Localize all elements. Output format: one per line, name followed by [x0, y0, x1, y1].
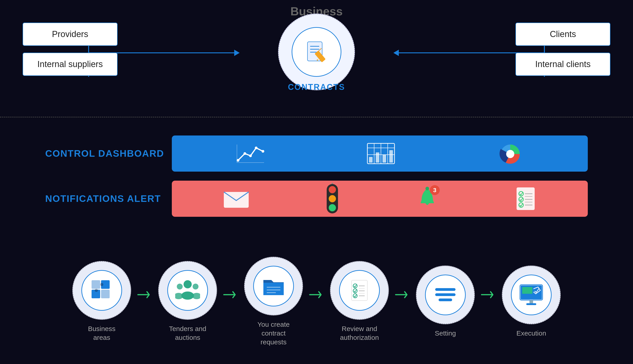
svg-point-50 [177, 284, 183, 290]
step2-label: Tenders and auctions [169, 324, 206, 342]
internal-clients-box: Internal clients [515, 52, 610, 76]
step5-label: Setting [435, 329, 456, 338]
svg-point-51 [175, 293, 183, 299]
step2-outer-circle [158, 261, 217, 320]
traffic-light-icon [323, 183, 341, 214]
svg-rect-42 [92, 280, 100, 289]
arrow-1 [136, 289, 154, 314]
svg-point-8 [244, 152, 246, 155]
step3-outer-circle [244, 257, 303, 316]
pie-chart-icon [497, 142, 524, 165]
workflow-step-2: Tenders and auctions [158, 261, 217, 342]
arrow-icon-3 [307, 289, 326, 300]
svg-point-10 [255, 146, 258, 149]
svg-point-9 [249, 154, 252, 157]
workflow-step-4: Review and authorization [330, 261, 389, 342]
notifications-label: NOTIFICATIONS ALERT [45, 193, 172, 204]
left-boxes: Providers Internal suppliers [23, 22, 118, 76]
svg-rect-20 [369, 157, 372, 162]
contracts-label: CONTRACTS [288, 82, 345, 92]
dashboard-banner [172, 136, 588, 172]
svg-point-25 [506, 150, 514, 158]
svg-point-53 [192, 293, 200, 299]
step6-inner-circle [511, 274, 552, 315]
step1-label: Business areas [88, 324, 116, 342]
bell-icon-wrapper: 3 [414, 185, 441, 212]
step3-label: You create contract requests [258, 320, 290, 346]
internal-suppliers-box: Internal suppliers [23, 52, 118, 76]
workflow-step-1: Business areas [72, 261, 131, 342]
grid-chart-icon [366, 142, 396, 165]
svg-point-29 [329, 195, 336, 202]
svg-point-28 [329, 186, 336, 193]
svg-point-47 [95, 289, 98, 292]
notifications-row: NOTIFICATIONS ALERT [45, 181, 588, 217]
contract-document-icon [303, 38, 330, 66]
arrow-4 [393, 289, 411, 314]
notifications-banner: 3 [172, 181, 588, 217]
step1-inner-circle [81, 270, 122, 311]
svg-point-52 [193, 284, 198, 290]
people-icon [175, 278, 200, 303]
workflow-step-6: Execution [502, 266, 561, 338]
svg-rect-22 [382, 155, 386, 162]
arrow-5 [479, 289, 497, 314]
outer-circle: CONTRACTS [278, 14, 355, 90]
svg-rect-68 [439, 298, 452, 301]
step6-label: Execution [516, 329, 546, 338]
arrow-3 [307, 289, 326, 314]
inner-circle [292, 27, 341, 77]
providers-box: Providers [23, 22, 118, 46]
svg-rect-72 [529, 300, 533, 303]
svg-point-30 [329, 204, 336, 211]
step5-inner-circle [425, 274, 466, 315]
svg-rect-23 [389, 150, 393, 162]
svg-rect-21 [376, 152, 379, 162]
workflow-step-5: Setting [416, 266, 475, 338]
puzzle-icon [89, 278, 114, 303]
svg-point-46 [100, 283, 103, 286]
svg-point-49 [181, 292, 194, 300]
step3-inner-circle [253, 266, 294, 306]
step6-outer-circle [502, 266, 561, 324]
arrow-icon-4 [393, 289, 411, 300]
monitor-icon [518, 282, 545, 307]
arrow-icon-5 [479, 289, 497, 300]
arrow-2 [222, 289, 240, 314]
checklist-icon [513, 185, 538, 212]
workflow-section: Business areas Tenders and auctions [0, 239, 633, 364]
lines-icon [433, 285, 458, 305]
arrow-icon-1 [136, 289, 154, 300]
notification-badge: 3 [430, 185, 440, 195]
right-boxes: Clients Internal clients [515, 22, 610, 76]
svg-rect-67 [435, 293, 456, 296]
dashboard-label: CONTROL DASHBOARD [45, 148, 172, 159]
email-icon [222, 188, 251, 210]
step1-outer-circle [72, 261, 131, 320]
top-section: Business Providers Internal suppliers Cl… [0, 0, 633, 118]
step5-outer-circle [416, 266, 475, 324]
svg-point-32 [426, 187, 429, 190]
step4-inner-circle [339, 270, 380, 311]
chart-line-icon [236, 142, 265, 165]
clients-box: Clients [515, 22, 610, 46]
svg-point-48 [183, 280, 192, 288]
arrow-icon-2 [222, 289, 240, 300]
svg-rect-71 [522, 287, 532, 294]
center-contracts: CONTRACTS [278, 14, 355, 90]
workflow-step-3: You create contract requests [244, 257, 303, 346]
step2-inner-circle [167, 270, 208, 311]
dashboard-row: CONTROL DASHBOARD [45, 136, 588, 172]
svg-rect-45 [101, 290, 110, 298]
step4-label: Review and authorization [340, 324, 379, 342]
svg-point-11 [262, 150, 264, 153]
svg-rect-66 [435, 288, 456, 291]
folder-icon [261, 274, 286, 298]
svg-rect-73 [526, 303, 536, 305]
review-checklist-icon [347, 278, 372, 303]
middle-section: CONTROL DASHBOARD [0, 126, 633, 239]
step4-outer-circle [330, 261, 389, 320]
